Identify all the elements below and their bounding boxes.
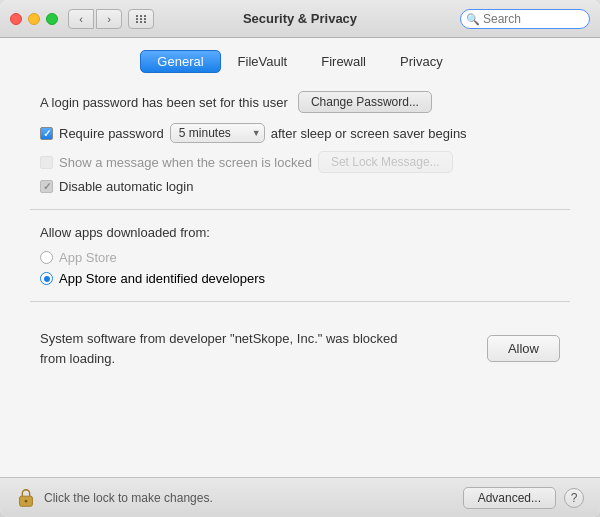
lock-message-checkbox[interactable] [40, 156, 53, 169]
content-area: A login password has been set for this u… [0, 81, 600, 477]
section-divider [30, 209, 570, 210]
tabbar: General FileVault Firewall Privacy [0, 38, 600, 81]
login-password-text: A login password has been set for this u… [40, 95, 288, 110]
disable-autologin-row: Disable automatic login [30, 179, 570, 194]
set-lock-message-button[interactable]: Set Lock Message... [318, 151, 453, 173]
traffic-lights [10, 13, 58, 25]
grid-icon [136, 15, 147, 23]
lock-text: Click the lock to make changes. [44, 491, 463, 505]
window-title: Security & Privacy [243, 11, 357, 26]
radio-app-store-row: App Store [40, 250, 560, 265]
grid-button[interactable] [128, 9, 154, 29]
tab-firewall[interactable]: Firewall [304, 50, 383, 73]
require-password-after-label: after sleep or screen saver begins [271, 126, 467, 141]
svg-point-1 [25, 499, 28, 502]
tab-privacy[interactable]: Privacy [383, 50, 460, 73]
radio-app-store-label: App Store [59, 250, 117, 265]
allow-apps-title: Allow apps downloaded from: [40, 225, 560, 240]
section-divider-2 [30, 301, 570, 302]
close-button[interactable] [10, 13, 22, 25]
require-password-row: Require password 5 minutes immediately 1… [30, 123, 570, 143]
blocked-text: System software from developer "netSkope… [40, 329, 420, 368]
search-box: 🔍 [460, 9, 590, 29]
back-button[interactable]: ‹ [68, 9, 94, 29]
require-password-label: Require password [59, 126, 164, 141]
disable-autologin-checkbox[interactable] [40, 180, 53, 193]
bottombar: Click the lock to make changes. Advanced… [0, 477, 600, 517]
forward-button[interactable]: › [96, 9, 122, 29]
minimize-button[interactable] [28, 13, 40, 25]
login-password-section: A login password has been set for this u… [30, 91, 570, 113]
lock-icon [16, 487, 36, 509]
radio-app-store-identified[interactable] [40, 272, 53, 285]
change-password-button[interactable]: Change Password... [298, 91, 432, 113]
maximize-button[interactable] [46, 13, 58, 25]
radio-app-store-identified-row: App Store and identified developers [40, 271, 560, 286]
blocked-section: System software from developer "netSkope… [30, 317, 570, 380]
lock-message-row: Show a message when the screen is locked… [30, 151, 570, 173]
password-time-dropdown[interactable]: 5 minutes immediately 1 minute 15 minute… [170, 123, 265, 143]
password-time-dropdown-wrapper: 5 minutes immediately 1 minute 15 minute… [170, 123, 265, 143]
allow-button[interactable]: Allow [487, 335, 560, 362]
lock-message-label: Show a message when the screen is locked [59, 155, 312, 170]
tab-filevault[interactable]: FileVault [221, 50, 305, 73]
disable-autologin-label: Disable automatic login [59, 179, 193, 194]
nav-buttons: ‹ › [68, 9, 122, 29]
radio-app-store[interactable] [40, 251, 53, 264]
main-window: ‹ › Security & Privacy 🔍 General FileVau… [0, 0, 600, 517]
titlebar: ‹ › Security & Privacy 🔍 [0, 0, 600, 38]
radio-app-store-identified-label: App Store and identified developers [59, 271, 265, 286]
download-section: Allow apps downloaded from: App Store Ap… [30, 225, 570, 286]
advanced-button[interactable]: Advanced... [463, 487, 556, 509]
search-icon: 🔍 [466, 12, 480, 25]
require-password-checkbox[interactable] [40, 127, 53, 140]
tab-general[interactable]: General [140, 50, 220, 73]
help-button[interactable]: ? [564, 488, 584, 508]
